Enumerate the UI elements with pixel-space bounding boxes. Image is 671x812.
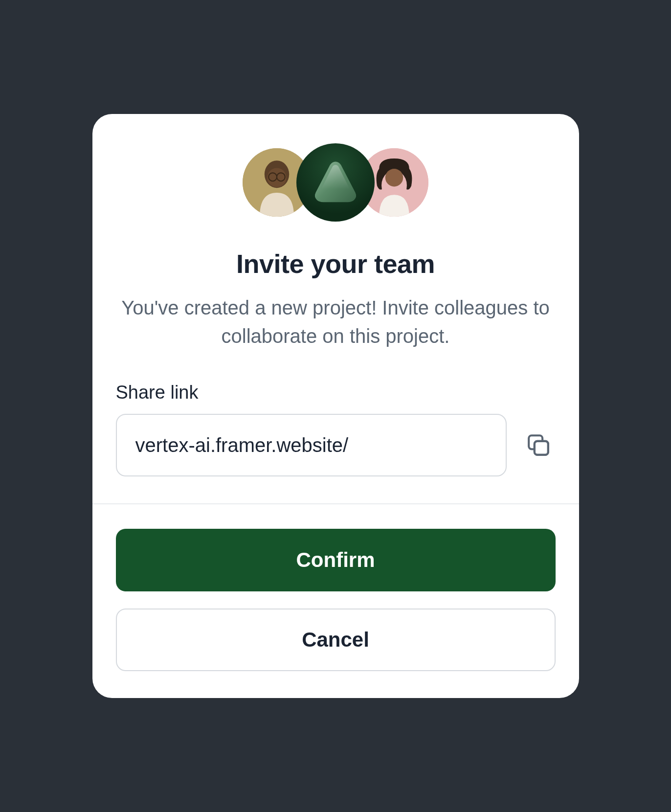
svg-point-6	[385, 169, 403, 186]
copy-button[interactable]	[521, 428, 556, 462]
modal-title: Invite your team	[236, 248, 435, 279]
triangle-logo-icon	[308, 155, 363, 210]
avatar-group	[243, 143, 428, 222]
copy-icon	[525, 431, 552, 459]
modal-subtitle: You've created a new project! Invite col…	[116, 293, 556, 350]
avatar-logo-center	[296, 143, 375, 222]
share-link-label: Share link	[116, 382, 199, 403]
share-link-field: Share link	[116, 382, 556, 476]
modal-footer: Confirm Cancel	[92, 504, 579, 698]
share-link-row	[116, 414, 556, 476]
invite-team-modal: Invite your team You've created a new pr…	[92, 114, 579, 698]
cancel-button[interactable]: Cancel	[116, 609, 556, 671]
svg-rect-8	[534, 441, 548, 455]
modal-body: Invite your team You've created a new pr…	[92, 114, 579, 503]
share-link-input[interactable]	[116, 414, 507, 476]
confirm-button[interactable]: Confirm	[116, 529, 556, 591]
